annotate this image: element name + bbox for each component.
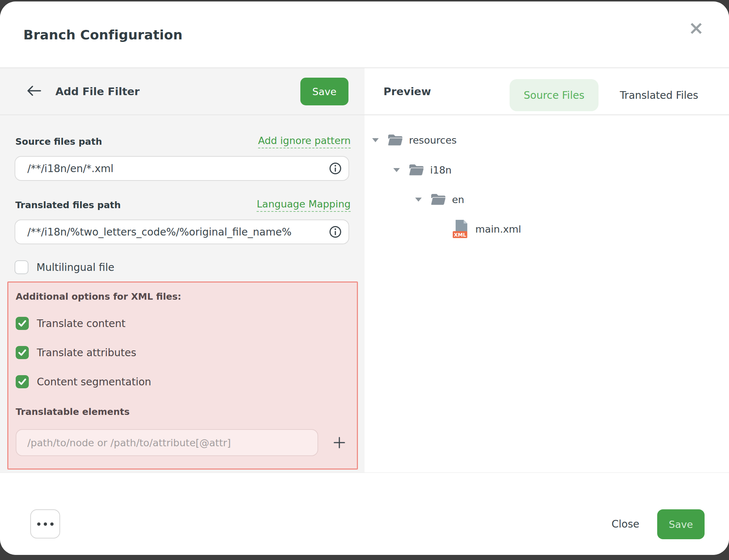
dialog-footer: Close Save — [0, 472, 729, 555]
tree-row-i18n[interactable]: i18n — [391, 160, 452, 179]
add-ignore-pattern-link[interactable]: Add ignore pattern — [258, 135, 351, 148]
tab-translated-files[interactable]: Translated Files — [615, 79, 703, 111]
file-filter-title: Add File Filter — [55, 85, 140, 98]
close-button[interactable]: Close — [609, 509, 642, 538]
preview-header: Preview Source Files Translated Files — [364, 68, 729, 114]
file-filter-form: Source files path Add ignore pattern Tra… — [0, 115, 364, 472]
filter-save-button[interactable]: Save — [300, 78, 348, 105]
multilingual-label: Multilingual file — [36, 261, 114, 273]
tree-row-main-xml[interactable]: XML main.xml — [452, 219, 521, 239]
xml-file-icon: XML — [452, 219, 469, 239]
checkbox-unchecked-icon — [15, 260, 28, 274]
translate-attributes-checkbox[interactable]: Translate attributes — [16, 346, 136, 359]
translatable-elements-label: Translatable elements — [16, 407, 130, 417]
dialog-save-button[interactable]: Save — [657, 509, 705, 539]
chevron-down-icon[interactable] — [370, 138, 381, 142]
language-mapping-link[interactable]: Language Mapping — [257, 198, 351, 212]
translate-content-label: Translate content — [37, 318, 125, 330]
xml-options-section: Additional options for XML files: Transl… — [7, 281, 358, 470]
dialog-title: Branch Configuration — [23, 27, 183, 42]
content-segmentation-label: Content segmentation — [37, 376, 151, 388]
checkbox-checked-icon — [16, 346, 29, 359]
tree-row-resources[interactable]: resources — [370, 131, 457, 149]
source-path-input[interactable] — [15, 156, 349, 181]
tab-source-files[interactable]: Source Files — [510, 79, 599, 111]
preview-title: Preview — [383, 85, 431, 98]
translate-attributes-label: Translate attributes — [37, 347, 136, 359]
info-icon[interactable] — [329, 162, 342, 175]
tree-item-label: main.xml — [475, 223, 521, 235]
tree-item-label: i18n — [430, 164, 452, 176]
branch-configuration-dialog: Branch Configuration Add File Filter Sav… — [0, 1, 729, 555]
translatable-elements-input[interactable] — [16, 429, 318, 456]
folder-icon — [387, 133, 403, 147]
multilingual-checkbox[interactable]: Multilingual file — [15, 260, 114, 274]
folder-icon — [430, 192, 446, 206]
checkbox-checked-icon — [16, 375, 29, 388]
chevron-down-icon[interactable] — [391, 168, 402, 172]
dialog-titlebar: Branch Configuration — [0, 1, 729, 67]
info-icon[interactable] — [329, 225, 342, 238]
translate-content-checkbox[interactable]: Translate content — [16, 317, 125, 330]
folder-icon — [408, 163, 424, 177]
svg-text:XML: XML — [454, 232, 466, 238]
dialog-save-label: Save — [669, 519, 693, 530]
ellipsis-icon — [37, 522, 40, 526]
ellipsis-icon — [44, 522, 47, 526]
add-plus-icon[interactable] — [330, 433, 349, 452]
tree-item-label: en — [452, 194, 464, 205]
source-path-label: Source files path — [15, 136, 102, 147]
file-filter-header: Add File Filter Save — [0, 68, 364, 114]
checkbox-checked-icon — [16, 317, 29, 330]
content-segmentation-checkbox[interactable]: Content segmentation — [16, 375, 151, 388]
tree-item-label: resources — [409, 135, 457, 146]
close-icon[interactable] — [685, 17, 708, 40]
more-options-button[interactable] — [30, 509, 60, 538]
back-arrow-icon[interactable] — [23, 80, 45, 102]
xml-options-title: Additional options for XML files: — [16, 291, 181, 302]
translated-path-input[interactable] — [15, 219, 349, 244]
translated-path-label: Translated files path — [15, 200, 121, 210]
file-tree-panel: resources i18n en XML — [364, 115, 729, 472]
ellipsis-icon — [50, 522, 54, 526]
tree-row-en[interactable]: en — [413, 190, 464, 209]
chevron-down-icon[interactable] — [413, 198, 424, 202]
